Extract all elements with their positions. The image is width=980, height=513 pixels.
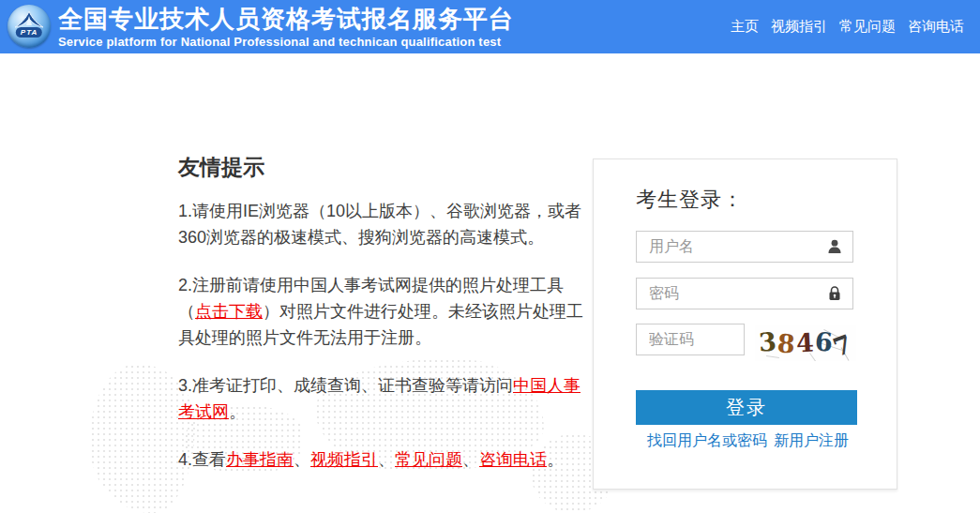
nav-faq-link[interactable]: 常见问题 xyxy=(839,18,896,36)
tip-item-1: 1.请使用IE浏览器（10以上版本）、谷歌浏览器，或者360浏览器的极速模式、搜… xyxy=(178,198,591,250)
captcha-image[interactable]: 38467 xyxy=(755,325,856,361)
login-card: 考生登录： xyxy=(593,158,897,490)
tip-4-suffix: 。 xyxy=(547,450,564,469)
nav-video-guide-link[interactable]: 视频指引 xyxy=(771,18,827,36)
captcha-digit: 3 xyxy=(758,326,777,356)
site-subtitle: Service platform for National Profession… xyxy=(58,35,514,49)
login-button[interactable]: 登录 xyxy=(636,390,857,425)
tips-heading: 友情提示 xyxy=(178,153,591,182)
tip-item-4: 4.查看办事指南、视频指引、常见问题、咨询电话。 xyxy=(178,446,591,473)
nav-home-link[interactable]: 主页 xyxy=(731,18,759,36)
faq-link[interactable]: 常见问题 xyxy=(395,450,462,469)
captcha-input[interactable] xyxy=(637,324,744,355)
site-title-block: 全国专业技术人员资格考试报名服务平台 Service platform for … xyxy=(58,5,514,49)
user-icon xyxy=(826,238,843,255)
header-nav: 主页 视频指引 常见问题 咨询电话 xyxy=(731,0,964,53)
tip-4-prefix: 4.查看 xyxy=(178,450,226,469)
service-guide-link[interactable]: 办事指南 xyxy=(226,450,294,469)
password-field-wrapper xyxy=(636,278,853,309)
separator: 、 xyxy=(462,450,479,469)
logo-peaks-icon xyxy=(8,5,51,48)
tip-3-prefix: 3.准考证打印、成绩查询、证书查验等请访问 xyxy=(178,376,513,395)
forgot-password-link[interactable]: 找回用户名或密码 xyxy=(647,431,767,451)
captcha-field-wrapper xyxy=(636,324,745,355)
pta-logo-icon: PTA xyxy=(8,5,51,48)
lock-icon xyxy=(826,285,843,302)
video-guide-link[interactable]: 视频指引 xyxy=(310,450,378,469)
captcha-digit: 4 xyxy=(795,328,814,358)
password-input[interactable] xyxy=(637,279,852,309)
register-link[interactable]: 新用户注册 xyxy=(774,431,849,451)
tip-item-3: 3.准考证打印、成绩查询、证书查验等请访问中国人事考试网。 xyxy=(178,372,591,425)
page: PTA 全国专业技术人员资格考试报名服务平台 Service platform … xyxy=(0,0,980,513)
nav-phone-link[interactable]: 咨询电话 xyxy=(908,18,964,36)
tip-1-text: 1.请使用IE浏览器（10以上版本）、谷歌浏览器，或者360浏览器的极速模式、搜… xyxy=(178,202,581,247)
username-field-wrapper xyxy=(636,231,853,263)
logo-text: PTA xyxy=(16,27,42,38)
header-bar: PTA 全国专业技术人员资格考试报名服务平台 Service platform … xyxy=(0,0,980,53)
download-photo-tool-link[interactable]: 点击下载 xyxy=(195,302,263,321)
captcha-digit: 6 xyxy=(814,327,833,357)
separator: 、 xyxy=(378,450,395,469)
separator: 、 xyxy=(294,450,310,469)
site-title: 全国专业技术人员资格考试报名服务平台 xyxy=(58,5,514,33)
tip-item-2: 2.注册前请使用中国人事考试网提供的照片处理工具（点击下载）对照片文件进行处理。… xyxy=(178,272,591,351)
captcha-digit: 7 xyxy=(829,329,855,361)
tip-3-suffix: 。 xyxy=(229,402,246,421)
captcha-digit: 8 xyxy=(776,328,796,358)
username-input[interactable] xyxy=(637,232,852,262)
friendly-tips-section: 友情提示 1.请使用IE浏览器（10以上版本）、谷歌浏览器，或者360浏览器的极… xyxy=(178,153,591,473)
login-title: 考生登录： xyxy=(636,186,744,214)
phone-link[interactable]: 咨询电话 xyxy=(479,450,547,469)
